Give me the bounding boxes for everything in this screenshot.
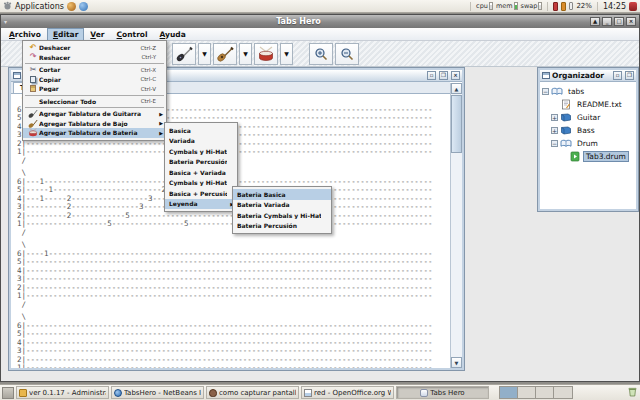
tree-expander-icon[interactable]: − [542,88,549,95]
top-panel: Applications cpumemswap 22% 14:25 [0,0,640,13]
organizador-titlebar[interactable]: Organizador ▫ ❐ [540,70,636,82]
menu-item-basica-percusi-n[interactable]: Basica + Percusión [165,188,237,199]
menu-item-agregar-tablatura-de-bateria[interactable]: Agregar Tablatura de Bateria▶ [23,128,166,138]
menu-item-label: Bateria Percusión [169,158,227,165]
menu-editar[interactable]: Editar [47,28,84,41]
book-open-icon [551,87,563,96]
organizador-frame: Organizador ▫ ❐ −tabsREADME.txt+Guitar+B… [538,68,638,211]
scrollbar-thumb[interactable] [451,95,462,153]
menu-item-basica[interactable]: Basica [165,125,237,136]
workspace-1[interactable] [500,387,518,398]
tree-item-drum[interactable]: −Drum [540,137,636,150]
menu-item-label: Cymbals y Hi-Hats [169,148,227,155]
frame-icon [13,72,21,79]
clock[interactable]: 14:25 [603,2,626,11]
menu-ver[interactable]: Ver [84,28,110,41]
taskbar-item-label: ver 0.1.17 - Administrador... [29,389,106,397]
frame-minimize-button[interactable]: ▫ [613,71,622,80]
scroll-up-icon[interactable]: ▲ [451,83,462,94]
frame-minimize-button[interactable]: ▫ [427,71,436,80]
window-titlebar[interactable]: ▾ Tabs Hero ▲ _ □ × [1,15,639,28]
frame-maximize-button[interactable]: ❐ [439,71,448,80]
workspace-4[interactable] [554,387,572,398]
trash-icon[interactable] [627,386,638,399]
shade-button[interactable]: ▲ [590,17,600,26]
menu-item-pegar[interactable]: PegarCtrl-V [23,84,166,94]
drum-button[interactable] [254,43,278,65]
bass-icon [27,119,39,128]
menu-item-bateria-percusi-n[interactable]: Bateria Percusión [233,221,331,232]
folder-icon [19,389,27,397]
menu-item-seleccionar-todo[interactable]: Seleccionar TodoCtrl-E [23,97,166,107]
menu-item-deshacer[interactable]: ↶DeshacerCtrl-Z [23,43,166,53]
menu-archivo[interactable]: Archivo [3,28,47,41]
gimp-icon [209,389,217,397]
menu-item-agregar-tablatura-de-guitarra[interactable]: Agregar Tablatura de Guitarra▶ [23,109,166,119]
taskbar-item-red-openoffice-org-writer[interactable]: red - OpenOffice.org Writer [301,386,394,399]
acoustic-guitar-button[interactable] [213,43,237,65]
edit-menu-popup: ↶DeshacerCtrl-Z↷ReshacerCtrl-Y✂CortarCtr… [22,40,167,141]
menu-control[interactable]: Control [111,28,154,41]
applications-menu[interactable]: Applications [15,2,64,11]
acoustic-guitar-dropdown[interactable]: ▼ [239,43,252,65]
maximize-button[interactable]: □ [614,17,624,26]
taskbar-item-ver-0-1-17-administrador[interactable]: ver 0.1.17 - Administrador... [16,386,109,399]
task-list: ver 0.1.17 - Administrador...TabsHero - … [16,386,489,399]
tomboy-icon[interactable] [629,2,637,11]
menu-item-bateria-percusi-n[interactable]: Bateria Percusión [165,157,237,168]
menu-item-variada[interactable]: Variada [165,136,237,147]
frame-close-button[interactable]: × [451,71,460,80]
menu-item-cymbals-y-hi-hats[interactable]: Cymbals y Hi-Hats [165,146,237,157]
window-menu-icon[interactable]: ▾ [4,18,7,25]
workspace-2[interactable] [518,387,536,398]
menu-item-cymbals-y-hi-hats[interactable]: Cymbals y Hi-Hats [165,178,237,189]
meter-icon [538,2,542,10]
paste-icon [27,85,39,92]
menu-item-leyenda[interactable]: Leyenda▶ [165,199,237,210]
electric-guitar-button[interactable] [172,43,196,65]
help-icon[interactable] [79,2,88,11]
tree-item-tabs[interactable]: −tabs [540,85,636,98]
shortcut-label: Ctrl-X [141,67,156,73]
tree-item-guitar[interactable]: +Guitar [540,111,636,124]
launcher-icon[interactable] [67,2,76,11]
scroll-down-icon[interactable]: ▼ [451,357,462,368]
menu-item-reshacer[interactable]: ↷ReshacerCtrl-Y [23,53,166,63]
menu-item-cortar[interactable]: ✂CortarCtrl-X [23,65,166,75]
tree-item-bass[interactable]: +Bass [540,124,636,137]
cpu-monitor: cpu [476,2,493,10]
taskbar-item-tabs-hero[interactable]: Tabs Hero [396,386,489,399]
tree-expander-icon[interactable]: + [551,127,558,134]
tree-item-tab3-drum[interactable]: Tab3.drum [540,150,636,163]
menu-item-basica-variada[interactable]: Basica + Variada [165,167,237,178]
taskbar-item-label: red - OpenOffice.org Writer [314,389,391,397]
tree-item-label: Drum [574,138,601,149]
zoom-in-button[interactable] [309,43,333,65]
electric-guitar-dropdown[interactable]: ▼ [198,43,211,65]
workspace-3[interactable] [536,387,554,398]
drum-dropdown[interactable]: ▼ [280,43,293,65]
menu-ayuda[interactable]: Ayuda [154,28,192,41]
menu-item-copiar[interactable]: CopiarCtrl-C [23,75,166,85]
menu-item-agregar-tablatura-de-bajo[interactable]: Agregar Tablatura de Bajo▶ [23,119,166,129]
shortcut-label: Ctrl-E [141,98,156,104]
taskbar-item-como-capturar-pantalla-e[interactable]: como capturar pantalla e... [206,386,299,399]
vertical-scrollbar[interactable]: ▲ ▼ [450,83,462,368]
tree-item-readme-txt[interactable]: README.txt [540,98,636,111]
tree-item-label: tabs [565,86,587,97]
frame-maximize-button[interactable]: ❐ [625,71,634,80]
show-desktop-button[interactable] [2,387,14,399]
menu-item-bateria-basica[interactable]: Bateria Basica [233,189,331,200]
undo-icon: ↶ [27,44,39,52]
leyenda-submenu-popup: Bateria BasicaBateria VariadaBateria Cym… [232,186,332,234]
tree-expander-icon[interactable]: + [551,114,558,121]
menu-item-bateria-variada[interactable]: Bateria Variada [233,200,331,211]
taskbar-item-tabshero-netbeans-ide[interactable]: TabsHero - NetBeans IDE ... [111,386,204,399]
menu-item-label: Agregar Tablatura de Bajo [39,120,156,127]
file-icon [560,99,572,110]
zoom-out-button[interactable] [335,43,359,65]
close-button[interactable]: × [626,17,636,26]
menu-item-bateria-cymbals-y-hi-hats[interactable]: Bateria Cymbals y Hi-Hats [233,210,331,221]
tree-expander-icon[interactable]: − [551,140,558,147]
minimize-button[interactable]: _ [602,17,612,26]
